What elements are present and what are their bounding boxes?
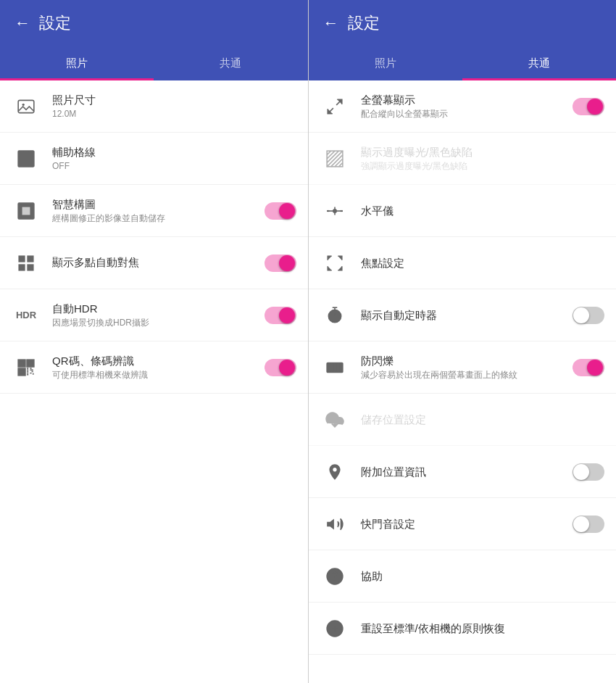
reset-title: 重設至標準/依相機的原則恢復 xyxy=(361,621,605,636)
left-panel: ← 設定 照片 共通 照片尺寸 12.0M xyxy=(0,0,308,683)
sound-icon xyxy=(320,515,349,534)
left-back-button[interactable]: ← xyxy=(14,14,30,33)
setting-storage: 儲存位置設定 xyxy=(309,394,617,446)
storage-title: 儲存位置設定 xyxy=(361,412,605,427)
right-tab-common[interactable]: 共通 xyxy=(462,46,616,80)
setting-photo-size[interactable]: 照片尺寸 12.0M xyxy=(0,80,308,133)
setting-multi-af[interactable]: 顯示多點自動對焦 xyxy=(0,237,308,289)
overexposure-title: 顯示過度曝光/黑色缺陷 xyxy=(361,144,605,160)
help-icon xyxy=(320,567,349,586)
setting-focus[interactable]: 焦點設定 xyxy=(309,237,617,289)
right-panel: ← 設定 照片 共通 全螢幕顯示 配合縱向以全螢幕顯示 xyxy=(309,0,617,683)
svg-rect-12 xyxy=(22,207,30,215)
timer-title: 顯示自動定時器 xyxy=(361,307,573,323)
anti-flicker-title: 防閃爍 xyxy=(361,353,573,368)
setting-reset[interactable]: 重設至標準/依相機的原則恢復 xyxy=(309,603,617,655)
setting-grid[interactable]: 輔助格線 OFF xyxy=(0,133,308,185)
smart-compose-title: 智慧構圖 xyxy=(52,196,265,212)
setting-location[interactable]: 附加位置資訊 xyxy=(309,446,617,498)
auto-hdr-title: 自動HDR xyxy=(52,301,265,316)
right-tabs: 照片 共通 xyxy=(309,46,617,80)
location-text: 附加位置資訊 xyxy=(361,464,573,479)
left-tabs: 照片 共通 xyxy=(0,46,308,80)
help-text: 協助 xyxy=(361,568,605,584)
antiflicker-icon xyxy=(320,358,349,377)
svg-rect-2 xyxy=(18,151,34,167)
setting-shutter-sound[interactable]: 快門音設定 xyxy=(309,498,617,550)
location-icon xyxy=(320,463,349,481)
grid-text: 輔助格線 OFF xyxy=(52,144,296,173)
fullscreen-text: 全螢幕顯示 配合縱向以全螢幕顯示 xyxy=(361,92,573,120)
setting-help[interactable]: 協助 xyxy=(309,550,617,603)
setting-anti-flicker[interactable]: 防閃爍 減少容易於出現在兩個螢幕畫面上的條紋 xyxy=(309,342,617,394)
svg-line-37 xyxy=(327,151,335,159)
setting-overexposure: 顯示過度曝光/黑色缺陷 強調顯示過度曝光/黑色缺陷 xyxy=(309,133,617,185)
photo-size-subtitle: 12.0M xyxy=(52,109,296,120)
fullscreen-subtitle: 配合縱向以全螢幕顯示 xyxy=(361,109,573,120)
auto-hdr-subtitle: 因應場景切換成HDR攝影 xyxy=(52,318,265,329)
setting-auto-hdr[interactable]: HDR 自動HDR 因應場景切換成HDR攝影 xyxy=(0,289,308,342)
auto-hdr-toggle[interactable] xyxy=(265,307,296,324)
fullscreen-icon xyxy=(320,97,349,116)
auto-hdr-text: 自動HDR 因應場景切換成HDR攝影 xyxy=(52,301,265,329)
left-title: 設定 xyxy=(39,12,71,34)
svg-line-41 xyxy=(335,159,343,167)
multi-af-toggle[interactable] xyxy=(265,254,296,272)
right-header: ← 設定 xyxy=(309,0,617,46)
smart-compose-text: 智慧構圖 經構圖修正的影像並自動儲存 xyxy=(52,196,265,225)
svg-rect-0 xyxy=(18,100,34,112)
svg-point-45 xyxy=(333,209,336,212)
stripes-icon xyxy=(320,149,349,168)
left-tab-common[interactable]: 共通 xyxy=(154,46,307,80)
svg-rect-13 xyxy=(19,256,25,262)
grid-icon xyxy=(12,149,41,168)
timer-toggle[interactable] xyxy=(573,307,604,324)
multi-af-text: 顯示多點自動對焦 xyxy=(52,254,265,271)
setting-timer[interactable]: 顯示自動定時器 xyxy=(309,289,617,342)
fullscreen-toggle[interactable] xyxy=(573,98,604,115)
setting-fullscreen[interactable]: 全螢幕顯示 配合縱向以全螢幕顯示 xyxy=(309,80,617,133)
setting-qr-code[interactable]: QR碼、條碼辨識 可使用標準相機來做辨識 xyxy=(0,342,308,394)
timer-text: 顯示自動定時器 xyxy=(361,307,573,323)
help-title: 協助 xyxy=(361,568,605,584)
qr-code-subtitle: 可使用標準相機來做辨識 xyxy=(52,370,265,381)
location-toggle[interactable] xyxy=(573,463,604,481)
horizon-title: 水平儀 xyxy=(361,203,605,218)
overexposure-subtitle: 強調顯示過度曝光/黑色缺陷 xyxy=(361,161,605,173)
svg-rect-15 xyxy=(19,265,25,270)
grid-title: 輔助格線 xyxy=(52,144,296,160)
photo-size-text: 照片尺寸 12.0M xyxy=(52,92,296,120)
left-header: ← 設定 xyxy=(0,0,308,46)
reset-text: 重設至標準/依相機的原則恢復 xyxy=(361,621,605,636)
multi-af-title: 顯示多點自動對焦 xyxy=(52,254,265,270)
smart-compose-toggle[interactable] xyxy=(265,202,296,220)
anti-flicker-toggle[interactable] xyxy=(573,359,604,376)
storage-icon xyxy=(320,410,349,429)
location-title: 附加位置資訊 xyxy=(361,464,573,479)
anti-flicker-subtitle: 減少容易於出現在兩個螢幕畫面上的條紋 xyxy=(361,370,573,381)
image-icon xyxy=(12,97,41,116)
svg-rect-16 xyxy=(28,265,33,270)
focus-title: 焦點設定 xyxy=(361,255,605,270)
right-tab-photos[interactable]: 照片 xyxy=(309,46,462,80)
anti-flicker-text: 防閃爍 減少容易於出現在兩個螢幕畫面上的條紋 xyxy=(361,353,573,381)
setting-horizon[interactable]: 水平儀 xyxy=(309,185,617,237)
setting-smart-compose[interactable]: 智慧構圖 經構圖修正的影像並自動儲存 xyxy=(0,185,308,237)
qr-code-toggle[interactable] xyxy=(265,359,296,376)
shutter-sound-toggle[interactable] xyxy=(573,516,604,533)
fullscreen-title: 全螢幕顯示 xyxy=(361,92,573,107)
svg-point-1 xyxy=(22,103,25,105)
svg-rect-20 xyxy=(28,361,32,365)
qr-icon xyxy=(12,358,41,377)
smart-compose-subtitle: 經構圖修正的影像並自動儲存 xyxy=(52,213,265,225)
qr-code-text: QR碼、條碼辨識 可使用標準相機來做辨識 xyxy=(52,353,265,381)
right-title: 設定 xyxy=(348,12,380,34)
shutter-sound-title: 快門音設定 xyxy=(361,516,573,531)
overexposure-text: 顯示過度曝光/黑色缺陷 強調顯示過度曝光/黑色缺陷 xyxy=(361,144,605,173)
qr-code-title: QR碼、條碼辨識 xyxy=(52,353,265,368)
svg-rect-22 xyxy=(20,370,23,373)
horizon-text: 水平儀 xyxy=(361,203,605,218)
right-back-button[interactable]: ← xyxy=(323,14,339,33)
left-tab-photos[interactable]: 照片 xyxy=(0,46,154,80)
grid-subtitle: OFF xyxy=(52,161,296,173)
